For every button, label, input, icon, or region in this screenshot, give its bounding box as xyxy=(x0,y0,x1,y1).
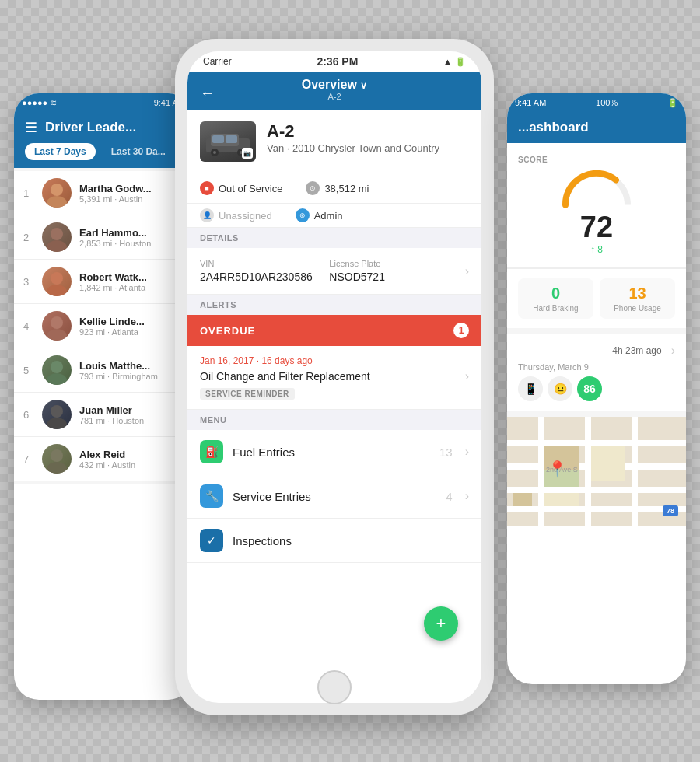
filter-7-days[interactable]: Last 7 Days xyxy=(25,143,96,160)
overdue-label: OVERDUE xyxy=(200,325,255,337)
status-row: ■ Out of Service ⊙ 38,512 mi xyxy=(187,173,481,204)
route-badge: 78 xyxy=(663,505,678,516)
driver-info: Louis Matthe... 793 mi · Birmingham xyxy=(79,360,184,381)
alert-date: Jan 16, 2017 · 16 days ago xyxy=(200,355,469,366)
center-status-bar: Carrier 2:36 PM ▲ 🔋 xyxy=(187,51,481,72)
svg-point-1 xyxy=(47,196,67,208)
hard-braking-label: Hard Braking xyxy=(521,304,590,313)
face-activity-icon: 😐 xyxy=(548,376,572,401)
right-header-title: ...ashboard xyxy=(518,120,675,135)
center-time: 2:36 PM xyxy=(317,55,358,68)
mileage-status: ⊙ 38,512 mi xyxy=(306,181,369,195)
chevron-right-icon: › xyxy=(465,264,469,278)
service-entries-label: Service Entries xyxy=(233,490,436,503)
svg-point-9 xyxy=(47,373,67,385)
out-of-service-icon: ■ xyxy=(200,181,214,195)
hamburger-icon[interactable]: ☰ xyxy=(25,121,37,135)
carrier-label: Carrier xyxy=(203,56,232,67)
fuel-icon: ⛽ xyxy=(200,440,223,463)
list-item[interactable]: 6 Juan Miller 781 mi · Houston xyxy=(14,393,193,437)
left-status-bar: ●●●●● ≋ 9:41 AM xyxy=(14,93,193,112)
score-value: 72 xyxy=(518,211,675,244)
hard-braking-value: 0 xyxy=(521,285,590,302)
phone-usage-card: 13 Phone Usage xyxy=(600,278,675,319)
filter-30-days[interactable]: Last 30 Da... xyxy=(102,143,175,160)
list-item[interactable]: 3 Robert Watk... 1,842 mi · Atlanta xyxy=(14,260,193,304)
assigned-status: 👤 Unassigned xyxy=(200,208,272,222)
home-button[interactable] xyxy=(317,670,352,704)
plate-value: NSOD5721 xyxy=(329,271,458,283)
center-phone: Carrier 2:36 PM ▲ 🔋 ← Overview ∨ A-2 xyxy=(175,39,494,715)
avatar xyxy=(42,178,72,208)
svg-point-13 xyxy=(47,462,67,474)
menu-fuel-entries[interactable]: ⛽ Fuel Entries 13 › xyxy=(187,430,481,474)
details-section[interactable]: VIN 2A4RR5D10AR230586 License Plate NSOD… xyxy=(187,248,481,295)
avatar xyxy=(42,400,72,429)
avatar xyxy=(42,311,72,341)
menu-chevron-icon: › xyxy=(465,489,469,503)
plate-label: License Plate xyxy=(329,259,458,268)
svg-point-10 xyxy=(51,405,63,418)
svg-point-8 xyxy=(51,361,63,373)
driver-meta: 1,842 mi · Atlanta xyxy=(79,283,184,292)
phone-usage-label: Phone Usage xyxy=(603,304,672,313)
avatar xyxy=(42,355,72,385)
admin-label: Admin xyxy=(314,210,343,222)
list-item[interactable]: 7 Alex Reid 432 mi · Austin xyxy=(14,437,193,481)
svg-rect-17 xyxy=(226,135,237,143)
driver-name: Juan Miller xyxy=(79,404,184,416)
battery-icon: 🔋 xyxy=(455,57,466,67)
list-item[interactable]: 2 Earl Hammo... 2,853 mi · Houston xyxy=(14,215,193,260)
menu-inspections[interactable]: ✓ Inspections xyxy=(187,519,481,563)
alert-item[interactable]: Jan 16, 2017 · 16 days ago Oil Change an… xyxy=(187,346,481,410)
svg-point-5 xyxy=(47,285,67,296)
stats-row: 0 Hard Braking 13 Phone Usage xyxy=(507,268,686,328)
right-phone: 9:41 AM 100% 🔋 ...ashboard SCORE 72 ↑ 8 … xyxy=(507,93,686,684)
details-section-header: DETAILS xyxy=(187,228,481,248)
driver-name: Alex Reid xyxy=(79,449,184,460)
list-item[interactable]: 1 Martha Godw... 5,391 mi · Austin xyxy=(14,171,193,215)
driver-meta: 793 mi · Birmingham xyxy=(79,372,184,381)
road-v-1 xyxy=(538,417,544,526)
driver-meta: 5,391 mi · Austin xyxy=(79,194,184,204)
score-label: SCORE xyxy=(518,156,675,164)
alert-title: Oil Change and Filter Replacement › xyxy=(200,369,469,383)
overdue-badge: 1 xyxy=(453,323,469,338)
driver-meta: 781 mi · Houston xyxy=(79,416,184,425)
fuel-entries-label: Fuel Entries xyxy=(233,446,430,459)
out-of-service-status: ■ Out of Service xyxy=(200,181,282,195)
road-h-1 xyxy=(507,440,686,446)
avatar xyxy=(42,267,72,296)
svg-point-3 xyxy=(47,240,67,252)
svg-point-11 xyxy=(47,418,67,429)
vin-col: VIN 2A4RR5D10AR230586 xyxy=(200,259,329,283)
activity-date: Thursday, March 9 xyxy=(518,362,675,372)
svg-point-6 xyxy=(51,316,63,329)
menu-service-entries[interactable]: 🔧 Service Entries 4 › xyxy=(187,474,481,519)
vehicle-thumbnail: 📷 xyxy=(200,121,256,162)
header-partial: ...ashboard xyxy=(518,120,589,135)
driver-info: Earl Hammo... 2,853 mi · Houston xyxy=(79,227,184,248)
road-v-3 xyxy=(632,417,638,526)
driver-info: Robert Watk... 1,842 mi · Atlanta xyxy=(79,271,184,292)
battery-icon: 🔋 xyxy=(667,98,678,108)
vehicle-id: A-2 xyxy=(267,121,439,142)
inspections-label: Inspections xyxy=(233,534,447,547)
list-item[interactable]: 4 Kellie Linde... 923 mi · Atlanta xyxy=(14,304,193,348)
list-item[interactable]: 5 Louis Matthe... 793 mi · Birmingham xyxy=(14,348,193,393)
wrench-icon: 🔧 xyxy=(200,484,223,508)
person-icon: 👤 xyxy=(200,208,214,222)
add-button[interactable]: + xyxy=(424,606,458,641)
overdue-bar: OVERDUE 1 xyxy=(187,315,481,346)
status-icons: ▲ 🔋 xyxy=(443,57,466,67)
activity-chevron-icon: › xyxy=(671,344,675,358)
signal-icons: ●●●●● ≋ xyxy=(22,98,57,108)
map-card: 2nd Ave S 📍 78 xyxy=(507,417,686,526)
avatar xyxy=(42,222,72,252)
phone-usage-value: 13 xyxy=(603,285,672,302)
filter-bar: Last 7 Days Last 30 Da... xyxy=(14,143,193,168)
center-header: ← Overview ∨ A-2 xyxy=(187,72,481,110)
phone-activity-icon: 📱 xyxy=(518,376,543,401)
alert-chevron-icon: › xyxy=(465,369,469,383)
right-time: 9:41 AM xyxy=(515,98,546,107)
